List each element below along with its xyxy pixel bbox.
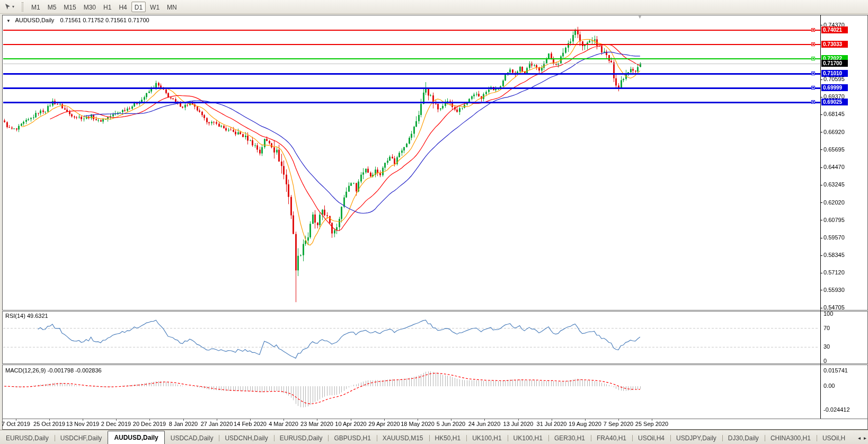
chart-tab-bar: EURUSD,DailyUSDCHF,DailyAUDUSD,DailyUSDC…	[0, 430, 868, 444]
time-axis-label: 25 Sep 2020	[635, 421, 668, 427]
timeframe-buttons: M1M5M15M30H1H4D1W1MN	[28, 2, 181, 12]
time-axis-label: 7 Sep 2020	[604, 421, 633, 427]
level-drag-handle[interactable]	[811, 42, 815, 46]
chart-shift-marker[interactable]: ▼	[637, 14, 642, 20]
chart-tab-eurusd-daily[interactable]: EURUSD,Daily	[0, 432, 55, 444]
time-axis-label: 14 Feb 2020	[234, 421, 267, 427]
collapse-triangle-icon[interactable]: ▼	[6, 19, 11, 23]
price-tick-label: 0.66920	[823, 129, 845, 135]
time-axis-label: 2 Dec 2019	[101, 421, 131, 427]
price-tick-label: 0.58345	[823, 252, 845, 258]
cursor-tool-button[interactable]: ▾	[2, 2, 16, 12]
price-tick-dash	[820, 79, 822, 80]
time-axis-label: 19 Aug 2020	[569, 421, 601, 427]
price-tick-dash	[820, 202, 822, 203]
price-tick-label: 0.55930	[823, 287, 845, 293]
panel-divider-rsi-macd[interactable]	[2, 363, 868, 365]
chart-tab-usoil-h4[interactable]: USOil,H4	[632, 432, 670, 444]
chart-tab-dj30-daily[interactable]: DJ30,Daily	[722, 432, 765, 444]
level-drag-handle[interactable]	[811, 57, 815, 60]
chart-tab-hk50-h1[interactable]: HK50,H1	[429, 432, 467, 444]
timeframe-button-h4[interactable]: H4	[116, 2, 130, 12]
level-price-label: 0.69025	[821, 99, 848, 105]
level-drag-handle[interactable]	[811, 72, 815, 75]
tab-scroll-left-icon[interactable]: ◂	[858, 435, 861, 441]
time-axis-label: 10 Apr 2020	[335, 421, 366, 427]
timeframe-button-m15[interactable]: M15	[60, 2, 79, 12]
time-axis-label: 27 Jan 2020	[201, 421, 233, 427]
macd-axis-label: 0.00	[823, 383, 835, 389]
price-tick-dash	[820, 220, 822, 220]
timeframe-button-m5[interactable]: M5	[45, 2, 60, 12]
price-tick-dash	[820, 238, 822, 238]
timeframe-button-m30[interactable]: M30	[81, 2, 99, 12]
chart-tab-ger30-h1[interactable]: GER30,H1	[548, 432, 591, 444]
price-tick-dash	[820, 167, 822, 168]
price-tick-label: 0.54705	[823, 304, 845, 310]
price-tick-label: 0.62020	[823, 199, 845, 206]
chart-tab-uk100-h1[interactable]: UK100,H1	[508, 432, 548, 444]
price-tick-dash	[820, 255, 822, 256]
price-axis-line	[820, 15, 821, 419]
price-tick-dash	[820, 114, 822, 115]
macd-axis-label: 0.015741	[823, 367, 848, 374]
price-tick-dash	[820, 149, 822, 150]
toolbar-grip	[22, 2, 23, 12]
time-axis-label: 13 Jul 2020	[503, 421, 534, 427]
chart-tab-eurusd-daily[interactable]: EURUSD,Daily	[274, 432, 329, 444]
time-axis-label: 31 Jul 2020	[537, 421, 567, 427]
price-chart-canvas[interactable]	[0, 0, 868, 444]
time-axis-label: 4 Mar 2020	[269, 421, 298, 427]
price-tick-label: 0.65695	[823, 146, 845, 153]
price-tick-label: 0.68145	[823, 111, 845, 117]
timeframe-toolbar: ▾ M1M5M15M30H1H4D1W1MN	[0, 0, 868, 14]
rsi-axis-label: 70	[823, 325, 830, 331]
tab-scroll-right-icon[interactable]: ▸	[864, 435, 866, 441]
chart-tab-gbpusd-h1[interactable]: GBPUSD,H1	[328, 432, 376, 444]
chart-symbol: AUDUSD,Daily	[15, 17, 54, 23]
chart-tab-usdcad-daily[interactable]: USDCAD,Daily	[165, 432, 219, 444]
price-tick-label: 0.57120	[823, 269, 845, 276]
time-axis-label: 18 May 2020	[401, 421, 435, 427]
chart-tab-audusd-daily[interactable]: AUDUSD,Daily	[108, 431, 164, 444]
cursor-icon	[4, 3, 11, 10]
timeframe-button-mn[interactable]: MN	[164, 2, 180, 12]
price-tick-dash	[820, 97, 822, 97]
price-tick-dash	[820, 290, 822, 290]
price-tick-dash	[820, 132, 822, 132]
level-drag-handle[interactable]	[811, 86, 815, 90]
chart-ohlc-values: 0.71561 0.71752 0.71561 0.71700	[60, 17, 149, 23]
price-tick-label: 0.59570	[823, 234, 845, 241]
price-tick-label: 0.60795	[823, 217, 845, 223]
timeframe-button-h1[interactable]: H1	[100, 2, 114, 12]
time-axis-label: 24 Jun 2020	[468, 421, 501, 427]
price-tick-dash	[820, 185, 822, 185]
macd-indicator-label: MACD(12,26,9) -0.001798 -0.002836	[5, 367, 102, 374]
level-drag-handle[interactable]	[811, 28, 815, 32]
rsi-axis-label: 0	[823, 358, 827, 364]
bid-price-label: 0.71700	[821, 60, 848, 67]
level-price-label: 0.71010	[821, 70, 848, 77]
timeframe-button-m1[interactable]: M1	[28, 2, 43, 12]
rsi-axis-label: 30	[823, 343, 830, 350]
chart-title: ▼ AUDUSD,Daily 0.71561 0.71752 0.71561 0…	[6, 17, 149, 23]
level-drag-handle[interactable]	[811, 100, 815, 104]
chart-tab-xauusd-m15[interactable]: XAUUSD,M15	[377, 432, 429, 444]
chart-tab-usoil-h[interactable]: USOil,H	[817, 432, 851, 444]
chart-tab-usdcnh-daily[interactable]: USDCNH,Daily	[219, 432, 273, 444]
chart-tab-usdjpy-daily[interactable]: USDJPY,Daily	[670, 432, 722, 444]
timeframe-button-d1[interactable]: D1	[131, 2, 146, 12]
chart-tab-fra40-h1[interactable]: FRA40,H1	[591, 432, 632, 444]
level-price-label: 0.73033	[821, 41, 848, 48]
price-tick-label: 0.64470	[823, 164, 845, 170]
time-axis-label: 7 Oct 2019	[2, 421, 30, 427]
time-axis-line	[2, 419, 868, 419]
chart-tab-uk100-h1[interactable]: UK100,H1	[466, 432, 507, 444]
price-tick-dash	[820, 308, 822, 308]
timeframe-button-w1[interactable]: W1	[147, 2, 163, 12]
chart-tab-usdchf-daily[interactable]: USDCHF,Daily	[55, 432, 108, 444]
chart-tab-china300-h1[interactable]: CHINA300,H1	[765, 432, 817, 444]
tab-scroll-buttons: ◂ ▸	[858, 435, 866, 441]
price-tick-dash	[820, 25, 822, 25]
panel-divider-main-rsi[interactable]	[2, 310, 868, 312]
